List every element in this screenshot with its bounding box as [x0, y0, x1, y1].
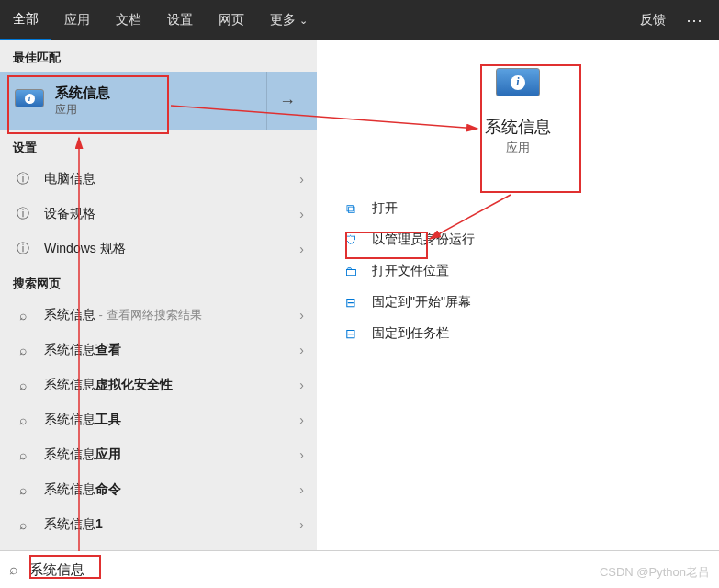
chevron-right-icon: ›	[299, 482, 304, 497]
row-label: 系统信息 - 查看网络搜索结果	[44, 307, 299, 323]
web-row[interactable]: ⌕ 系统信息工具 ›	[0, 402, 317, 437]
settings-header: 设置	[0, 130, 317, 162]
info-icon: ⓘ	[13, 171, 33, 187]
action-label: 固定到"开始"屏幕	[372, 294, 471, 311]
chevron-right-icon: ›	[299, 343, 304, 357]
web-row[interactable]: ⌕ 系统信息命令 ›	[0, 472, 317, 507]
search-icon: ⌕	[13, 308, 33, 322]
overflow-menu-button[interactable]: ⋯	[677, 12, 712, 28]
chevron-right-icon: ›	[299, 413, 304, 427]
search-bar[interactable]: ⌕	[0, 550, 719, 588]
row-label: Windows 规格	[44, 241, 299, 257]
preview-subtitle: 应用	[506, 140, 530, 156]
best-match-title: 系统信息	[55, 85, 266, 102]
row-label: 系统信息应用	[44, 447, 299, 463]
action-pin-to-taskbar[interactable]: ⊟ 固定到任务栏	[335, 318, 701, 349]
feedback-button[interactable]: 反馈	[629, 12, 677, 28]
row-label: 电脑信息	[44, 171, 299, 187]
search-icon: ⌕	[13, 517, 33, 532]
web-row[interactable]: ⌕ 系统信息应用 ›	[0, 437, 317, 472]
settings-row-windows-spec[interactable]: ⓘ Windows 规格 ›	[0, 232, 317, 266]
row-label: 系统信息虚拟化安全性	[44, 377, 299, 393]
chevron-right-icon: ›	[299, 447, 304, 462]
info-icon: ⓘ	[13, 241, 33, 257]
tab-more-label: 更多	[270, 12, 296, 28]
tab-documents[interactable]: 文档	[103, 0, 154, 40]
web-row[interactable]: ⌕ 系统信息查看 ›	[0, 333, 317, 368]
chevron-right-icon: ›	[299, 242, 304, 256]
search-icon: ⌕	[13, 343, 33, 357]
open-icon: ⧉	[341, 201, 361, 217]
row-label: 系统信息1	[44, 516, 299, 533]
results-pane: 最佳匹配 i 系统信息 应用 → 设置 ⓘ 电脑信息 › ⓘ 设备规格 › ⓘ …	[0, 40, 317, 551]
preview-pane: i 系统信息 应用 ⧉ 打开 🛡 以管理员身份运行 🗀 打开文件位置 ⊟ 固定到…	[317, 40, 719, 551]
web-header: 搜索网页	[0, 266, 317, 298]
chevron-right-icon: ›	[299, 308, 304, 322]
tab-settings[interactable]: 设置	[154, 0, 206, 40]
pin-taskbar-icon: ⊟	[341, 326, 361, 341]
web-row[interactable]: ⌕ 系统信息1 ›	[0, 507, 317, 542]
system-info-large-icon: i	[496, 68, 540, 105]
web-row[interactable]: ⌕ 系统信息虚拟化安全性 ›	[0, 368, 317, 402]
action-pin-to-start[interactable]: ⊟ 固定到"开始"屏幕	[335, 287, 701, 318]
tab-more[interactable]: 更多 ⌄	[257, 0, 320, 40]
chevron-right-icon: ›	[299, 172, 304, 187]
search-icon: ⌕	[13, 378, 33, 392]
folder-icon: 🗀	[341, 264, 361, 278]
action-open[interactable]: ⧉ 打开	[335, 193, 701, 224]
best-match-header: 最佳匹配	[0, 40, 317, 72]
best-match-item[interactable]: i 系统信息 应用 →	[0, 72, 317, 130]
search-icon: ⌕	[13, 447, 33, 462]
admin-icon: 🛡	[341, 232, 361, 247]
tab-web[interactable]: 网页	[206, 0, 257, 40]
pin-start-icon: ⊟	[341, 295, 361, 310]
search-input[interactable]	[28, 561, 710, 579]
search-icon: ⌕	[13, 482, 33, 497]
action-open-file-location[interactable]: 🗀 打开文件位置	[335, 255, 701, 287]
row-label: 系统信息查看	[44, 342, 299, 358]
row-label: 系统信息命令	[44, 481, 299, 498]
row-label: 设备规格	[44, 206, 299, 222]
action-run-as-admin[interactable]: 🛡 以管理员身份运行	[335, 224, 701, 255]
info-icon: ⓘ	[13, 206, 33, 222]
settings-row-device-spec[interactable]: ⓘ 设备规格 ›	[0, 197, 317, 232]
search-icon: ⌕	[13, 413, 33, 427]
search-icon: ⌕	[9, 561, 18, 578]
chevron-right-icon: ›	[299, 207, 304, 221]
chevron-right-icon: ›	[299, 378, 304, 392]
tab-apps[interactable]: 应用	[51, 0, 103, 40]
action-label: 固定到任务栏	[372, 325, 449, 342]
chevron-right-icon: ›	[299, 517, 304, 532]
action-label: 以管理员身份运行	[372, 232, 475, 248]
best-match-subtitle: 应用	[55, 102, 266, 118]
system-info-icon: i	[13, 85, 46, 118]
preview-title: 系统信息	[485, 116, 551, 138]
expand-arrow-button[interactable]: →	[266, 72, 308, 130]
action-label: 打开	[372, 200, 398, 217]
action-label: 打开文件位置	[372, 263, 449, 279]
tab-all[interactable]: 全部	[0, 0, 51, 40]
row-label: 系统信息工具	[44, 412, 299, 428]
settings-row-pc-info[interactable]: ⓘ 电脑信息 ›	[0, 162, 317, 197]
chevron-down-icon: ⌄	[299, 15, 308, 27]
top-tab-bar: 全部 应用 文档 设置 网页 更多 ⌄ 反馈 ⋯	[0, 0, 719, 40]
web-row[interactable]: ⌕ 系统信息 - 查看网络搜索结果 ›	[0, 298, 317, 333]
